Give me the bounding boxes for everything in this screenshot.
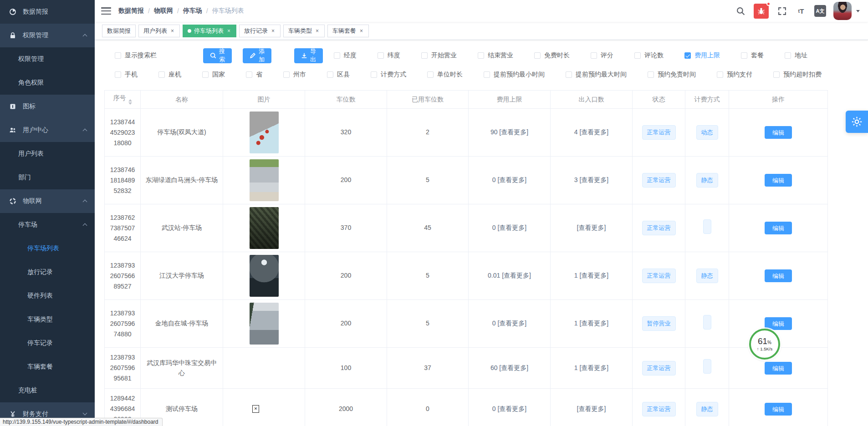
filter-checkbox-预约支付[interactable]: 预约支付 xyxy=(717,71,752,79)
checkbox[interactable] xyxy=(371,71,377,78)
tab-close-icon[interactable]: × xyxy=(226,28,231,34)
checkbox[interactable] xyxy=(378,52,384,59)
edit-button[interactable]: 编辑 xyxy=(765,317,792,330)
view-more-link[interactable]: [查看更多] xyxy=(499,128,528,136)
breadcrumb-item[interactable]: 停车场 xyxy=(183,7,202,15)
filter-checkbox-提前预约最小时间[interactable]: 提前预约最小时间 xyxy=(484,71,545,79)
view-more-link[interactable]: [查看更多] xyxy=(497,405,526,412)
导出-button[interactable]: 导出 xyxy=(294,48,323,63)
view-more-link[interactable]: [查看更多] xyxy=(579,272,608,279)
checkbox[interactable] xyxy=(158,71,165,78)
tab-车辆类型[interactable]: 车辆类型× xyxy=(283,25,325,37)
view-more-link[interactable]: [查看更多] xyxy=(577,405,606,412)
sidebar-item-权限管理[interactable]: 权限管理 xyxy=(0,47,95,71)
view-more-link[interactable]: [查看更多] xyxy=(497,224,526,231)
error-log-button[interactable] xyxy=(754,4,769,19)
avatar[interactable] xyxy=(833,2,852,20)
tab-放行记录[interactable]: 放行记录× xyxy=(239,25,281,37)
view-more-link[interactable]: [查看更多] xyxy=(579,364,608,371)
edit-button[interactable]: 编辑 xyxy=(765,362,792,375)
sidebar-item-停车场[interactable]: 停车场 xyxy=(0,213,95,237)
fullscreen-icon[interactable] xyxy=(776,5,788,17)
checkbox-checked[interactable] xyxy=(684,52,691,59)
filter-checkbox-省[interactable]: 省 xyxy=(246,71,262,79)
filter-checkbox-评分[interactable]: 评分 xyxy=(591,51,613,60)
settings-panel-button[interactable] xyxy=(846,111,868,133)
view-more-link[interactable]: [查看更多] xyxy=(579,320,608,327)
tab-用户列表[interactable]: 用户列表× xyxy=(138,25,180,37)
tab-close-icon[interactable]: × xyxy=(170,28,175,34)
font-size-icon[interactable]: tT xyxy=(795,5,807,17)
checkbox[interactable] xyxy=(484,71,490,78)
filter-checkbox-座机[interactable]: 座机 xyxy=(158,71,181,79)
filter-checkbox-纬度[interactable]: 纬度 xyxy=(378,51,400,60)
checkbox[interactable] xyxy=(591,52,597,59)
search-icon[interactable] xyxy=(735,5,746,17)
edit-button[interactable]: 编辑 xyxy=(765,222,792,234)
avatar-caret-icon[interactable] xyxy=(856,10,860,12)
checkbox[interactable] xyxy=(327,71,333,78)
filter-checkbox-结束营业[interactable]: 结束营业 xyxy=(478,51,513,60)
sidebar-item-停车记录[interactable]: 停车记录 xyxy=(0,331,95,355)
sort-icons[interactable] xyxy=(128,99,132,105)
language-icon[interactable]: A文 xyxy=(814,5,826,17)
filter-checkbox-州市[interactable]: 州市 xyxy=(283,71,306,79)
edit-button[interactable]: 编辑 xyxy=(765,126,792,139)
tab-数据简报[interactable]: 数据简报 xyxy=(102,25,136,37)
filter-checkbox-手机[interactable]: 手机 xyxy=(115,71,138,79)
breadcrumb-item[interactable]: 数据简报 xyxy=(118,7,144,15)
sidebar-item-图标[interactable]: 图标 xyxy=(0,95,95,118)
filter-checkbox-预约超时扣费[interactable]: 预约超时扣费 xyxy=(773,71,822,79)
checkbox[interactable] xyxy=(427,71,434,78)
checkbox[interactable] xyxy=(785,52,791,59)
filter-checkbox-国家[interactable]: 国家 xyxy=(202,71,225,79)
tab-车辆套餐[interactable]: 车辆套餐× xyxy=(327,25,369,37)
edit-button[interactable]: 编辑 xyxy=(765,269,792,282)
view-more-link[interactable]: [查看更多] xyxy=(579,128,608,136)
filter-checkbox-套餐[interactable]: 套餐 xyxy=(741,51,764,60)
hamburger-icon[interactable] xyxy=(101,7,111,15)
sidebar-item-物联网[interactable]: 物联网 xyxy=(0,189,95,213)
checkbox[interactable] xyxy=(741,52,747,59)
sidebar-item-数据简报[interactable]: 数据简报 xyxy=(0,0,95,24)
filter-checkbox-免费时长[interactable]: 免费时长 xyxy=(534,51,570,60)
checkbox[interactable] xyxy=(717,71,723,78)
tab-停车场列表[interactable]: 停车场列表× xyxy=(183,25,236,37)
checkbox[interactable] xyxy=(634,52,641,59)
sidebar-item-充电桩[interactable]: 充电桩 xyxy=(0,379,95,402)
sidebar-item-放行记录[interactable]: 放行记录 xyxy=(0,260,95,284)
checkbox[interactable] xyxy=(773,71,780,78)
view-more-link[interactable]: [查看更多] xyxy=(577,224,606,231)
filter-checkbox-显示搜索栏[interactable]: 显示搜索栏 xyxy=(115,51,157,60)
filter-checkbox-计费方式[interactable]: 计费方式 xyxy=(371,71,406,79)
checkbox[interactable] xyxy=(421,52,428,59)
sidebar-item-车辆类型[interactable]: 车辆类型 xyxy=(0,308,95,331)
filter-checkbox-评论数[interactable]: 评论数 xyxy=(634,51,664,60)
view-more-link[interactable]: [查看更多] xyxy=(499,364,528,371)
sidebar-item-角色权限[interactable]: 角色权限 xyxy=(0,71,95,95)
filter-checkbox-开始营业[interactable]: 开始营业 xyxy=(421,51,457,60)
checkbox[interactable] xyxy=(648,71,654,78)
添加-button[interactable]: 添加 xyxy=(243,48,271,63)
filter-checkbox-预约免责时间[interactable]: 预约免责时间 xyxy=(648,71,696,79)
checkbox[interactable] xyxy=(202,71,209,78)
tab-close-icon[interactable]: × xyxy=(271,28,276,34)
view-more-link[interactable]: [查看更多] xyxy=(497,176,526,183)
filter-checkbox-单位时长[interactable]: 单位时长 xyxy=(427,71,463,79)
filter-checkbox-费用上限[interactable]: 费用上限 xyxy=(684,51,720,60)
breadcrumb-item[interactable]: 物联网 xyxy=(154,7,173,15)
checkbox[interactable] xyxy=(478,52,484,59)
sidebar-item-部门[interactable]: 部门 xyxy=(0,166,95,189)
sidebar-item-停车场列表[interactable]: 停车场列表 xyxy=(0,237,95,260)
sidebar-item-权限管理[interactable]: 权限管理 xyxy=(0,24,95,47)
tab-close-icon[interactable]: × xyxy=(315,28,320,34)
tab-close-icon[interactable]: × xyxy=(359,28,364,34)
filter-checkbox-区县[interactable]: 区县 xyxy=(327,71,350,79)
checkbox[interactable] xyxy=(115,71,121,78)
view-more-link[interactable]: [查看更多] xyxy=(579,176,608,183)
sidebar-item-用户中心[interactable]: 用户中心 xyxy=(0,118,95,142)
edit-button[interactable]: 编辑 xyxy=(765,403,792,416)
checkbox[interactable] xyxy=(283,71,290,78)
checkbox[interactable] xyxy=(534,52,541,59)
sidebar-item-车辆套餐[interactable]: 车辆套餐 xyxy=(0,355,95,379)
